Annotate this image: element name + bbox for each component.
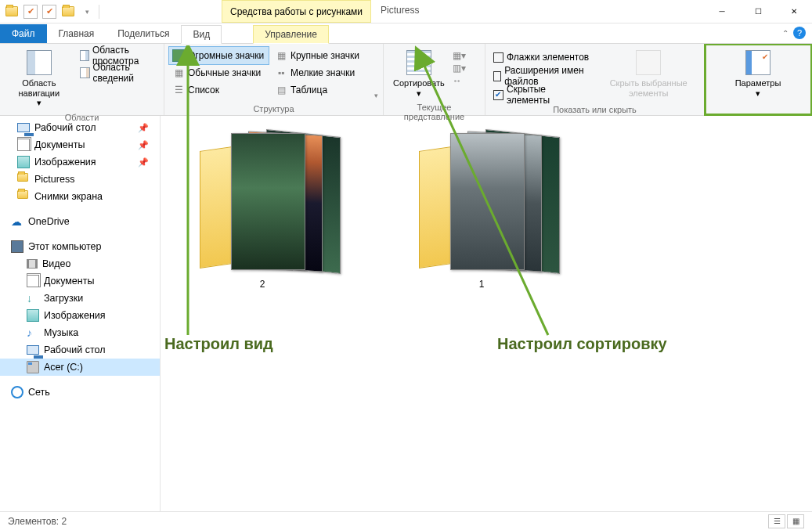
huge-icons-button[interactable]: Огромные значки — [169, 47, 269, 64]
sort-icon — [406, 50, 431, 75]
tree-item-downloads[interactable]: ↓Загрузки — [0, 290, 160, 307]
huge-icons-icon — [172, 49, 185, 62]
folder-thumbnail — [188, 124, 337, 272]
tree-item-this-pc[interactable]: Этот компьютер — [0, 238, 160, 255]
large-icons-icon: ▦ — [275, 49, 287, 62]
navigation-tree[interactable]: Рабочий стол📌 Документы📌 Изображения📌 Pi… — [0, 116, 161, 511]
hide-selected-button: Скрыть выбранные элементы — [597, 47, 699, 103]
preview-pane-icon — [80, 50, 89, 61]
tab-view[interactable]: Вид — [181, 25, 222, 44]
ribbon-tabs: Файл Главная Поделиться Вид Управление ⌃… — [0, 23, 812, 44]
options-button[interactable]: ✔ Параметры▾ — [731, 47, 786, 112]
this-pc-icon — [11, 240, 23, 253]
tree-item-onedrive[interactable]: ☁OneDrive — [0, 213, 160, 230]
layout-more-icon[interactable]: ▾ — [374, 92, 378, 99]
checkbox-checked-icon — [493, 90, 503, 100]
tab-file[interactable]: Файл — [0, 24, 47, 43]
tree-item-documents-2[interactable]: Документы — [0, 272, 160, 290]
minimize-button[interactable]: ─ — [704, 0, 740, 23]
tree-item-pictures-2[interactable]: Изображения — [0, 307, 160, 324]
tab-share[interactable]: Поделиться — [106, 24, 181, 43]
status-item-count: Элементов: 2 — [8, 516, 67, 527]
window-title: Picturess — [371, 0, 428, 23]
medium-icons-button[interactable]: ▦ Обычные значки — [169, 64, 269, 81]
network-icon — [11, 386, 23, 398]
qat-dropdown[interactable]: ▾ — [80, 5, 94, 19]
title-bar: ✔ ✔ ▾ Средства работы с рисунками Pictur… — [0, 0, 812, 23]
tree-item-network[interactable]: Сеть — [0, 384, 160, 401]
group-by-icon[interactable]: ▦▾ — [453, 50, 466, 61]
ribbon-collapse-icon[interactable]: ⌃ — [782, 29, 789, 38]
small-icons-button[interactable]: ▪▪ Мелкие значки — [272, 64, 371, 81]
tree-item-music[interactable]: ♪Музыка — [0, 324, 160, 341]
pin-icon: 📌 — [138, 140, 149, 150]
desktop-icon — [17, 123, 30, 132]
folder-item-1[interactable]: 1 — [403, 124, 560, 290]
qat-checkbox-2[interactable]: ✔ — [42, 5, 56, 19]
medium-icons-icon: ▦ — [172, 67, 185, 79]
tree-item-desktop-2[interactable]: Рабочий стол — [0, 341, 160, 359]
large-icons-button[interactable]: ▦ Крупные значки — [272, 47, 371, 64]
details-view-button[interactable]: ▤ Таблица — [272, 81, 371, 99]
icons-view-switch[interactable]: ▦ — [787, 514, 804, 528]
app-icon-2[interactable] — [61, 5, 75, 19]
group-label-show: Показать или скрыть — [490, 103, 699, 114]
desktop-icon — [27, 345, 39, 355]
folder-icon — [17, 173, 30, 186]
maximize-button[interactable]: ☐ — [740, 0, 776, 23]
qat-checkbox-1[interactable]: ✔ — [23, 5, 38, 19]
folder-label: 1 — [479, 279, 485, 290]
navigation-pane-icon — [27, 50, 52, 75]
tree-item-pictures[interactable]: Изображения📌 — [0, 153, 160, 171]
group-label-layout: Структура — [169, 103, 378, 114]
details-pane-button[interactable]: Область сведений — [77, 64, 159, 81]
tree-item-acer-c[interactable]: Acer (C:) — [0, 359, 160, 376]
tab-manage[interactable]: Управление — [253, 25, 329, 44]
tree-item-videos[interactable]: Видео — [0, 255, 160, 272]
list-button[interactable]: ☰ Список — [169, 81, 269, 99]
app-icon[interactable] — [5, 5, 19, 19]
pictures-icon — [27, 309, 39, 322]
file-extensions-toggle[interactable]: Расширения имен файлов — [490, 67, 594, 85]
folder-view[interactable]: 2 1 Настроил вид Настроил сортировку — [161, 116, 812, 511]
pictures-icon — [17, 156, 30, 168]
sort-button[interactable]: Сортировать▾ — [388, 47, 449, 101]
disk-icon — [27, 361, 39, 373]
quick-access-toolbar: ✔ ✔ ▾ — [0, 0, 104, 23]
annotation-sort-text: Настроил сортировку — [497, 335, 667, 353]
group-label-options — [709, 112, 807, 114]
tree-item-documents[interactable]: Документы📌 — [0, 136, 160, 153]
options-icon: ✔ — [745, 50, 770, 75]
size-columns-icon[interactable]: ↔ — [453, 75, 466, 86]
hidden-items-toggle[interactable]: Скрытые элементы — [490, 86, 594, 103]
pin-icon: 📌 — [138, 123, 149, 133]
navigation-pane-button[interactable]: Область навигации▾ — [5, 47, 74, 111]
tree-item-desktop[interactable]: Рабочий стол📌 — [0, 119, 160, 136]
contextual-tab-label: Средства работы с рисунками — [222, 0, 371, 23]
list-icon: ☰ — [172, 84, 185, 96]
status-bar: Элементов: 2 ☰ ▦ — [0, 511, 812, 530]
close-button[interactable]: ✕ — [776, 0, 812, 23]
folder-item-2[interactable]: 2 — [184, 124, 341, 290]
hide-selected-icon — [636, 50, 661, 75]
tree-item-picturess[interactable]: Picturess — [0, 171, 160, 188]
documents-icon — [27, 275, 39, 287]
tab-home[interactable]: Главная — [47, 24, 106, 43]
documents-icon — [17, 139, 30, 151]
add-columns-icon[interactable]: ▥▾ — [453, 63, 466, 74]
checkbox-icon — [493, 71, 501, 81]
tree-item-screenshots[interactable]: Снимки экрана — [0, 188, 160, 205]
folder-thumbnail — [407, 124, 556, 272]
item-checkboxes-toggle[interactable]: Флажки элементов — [490, 49, 594, 66]
onedrive-icon: ☁ — [11, 215, 23, 228]
downloads-icon: ↓ — [27, 292, 39, 305]
small-icons-icon: ▪▪ — [275, 67, 287, 79]
checkbox-icon — [493, 52, 503, 63]
music-icon: ♪ — [27, 326, 39, 339]
help-button[interactable]: ? — [793, 27, 806, 39]
videos-icon — [27, 259, 38, 269]
details-view-switch[interactable]: ☰ — [768, 514, 785, 528]
ribbon: Область навигации▾ Область просмотра Обл… — [0, 44, 812, 116]
details-pane-icon — [80, 67, 90, 78]
details-view-icon: ▤ — [275, 84, 287, 96]
